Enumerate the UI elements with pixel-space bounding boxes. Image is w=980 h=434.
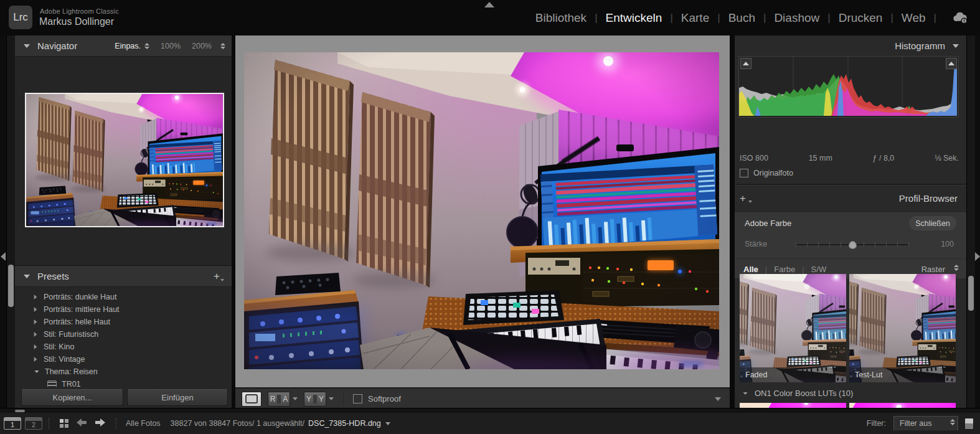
previous-photo-arrow[interactable] bbox=[77, 418, 87, 428]
preset-group-expanded[interactable]: Thema: Reisen bbox=[15, 366, 232, 378]
loupe-view-button[interactable] bbox=[242, 392, 261, 407]
right-scrollbar-thumb[interactable] bbox=[968, 276, 974, 311]
exif-info-row: ISO 800 15 mm ƒ / 8,0 ⅛ Sek. bbox=[740, 154, 959, 163]
expand-icon[interactable] bbox=[34, 307, 37, 312]
navigator-collapse-icon[interactable] bbox=[24, 44, 30, 48]
presets-header[interactable]: Presets + bbox=[15, 265, 232, 287]
grid-view-select[interactable]: Raster bbox=[921, 265, 945, 274]
softproof-checkbox[interactable] bbox=[353, 394, 362, 403]
collapse-right-panel-arrow[interactable] bbox=[975, 252, 980, 261]
tab-sw[interactable]: S/W bbox=[810, 265, 828, 274]
filter-toggle-switch[interactable] bbox=[964, 418, 974, 430]
expand-icon[interactable] bbox=[34, 332, 37, 337]
profile-thumb-faded[interactable]: Faded bbox=[740, 274, 846, 382]
histogram-chart[interactable] bbox=[738, 56, 959, 118]
tab-web[interactable]: Web bbox=[900, 11, 928, 25]
loupe-icon bbox=[245, 394, 258, 403]
shadow-clipping-button[interactable] bbox=[740, 58, 751, 69]
before-after-lr-button[interactable]: RA bbox=[268, 392, 290, 407]
preset-group[interactable]: Porträts: helle Haut bbox=[15, 316, 232, 328]
before-after-lr-dropdown-icon[interactable] bbox=[293, 397, 298, 400]
collapse-left-panel-arrow[interactable] bbox=[1, 252, 6, 261]
photo-count: 38827 von 38847 Fotos/ 1 ausgewählt/ bbox=[171, 419, 304, 428]
main-window-button[interactable]: 1 bbox=[4, 417, 21, 430]
grid-view-icon[interactable] bbox=[60, 419, 68, 428]
profile-thumb-label: Faded bbox=[740, 367, 846, 382]
navigator-preview-image[interactable] bbox=[25, 93, 224, 227]
photo-loupe-view[interactable] bbox=[244, 52, 719, 369]
zoom-200-button[interactable]: 200% bbox=[192, 42, 212, 50]
collapse-icon[interactable] bbox=[35, 370, 39, 373]
profile-thumb-testlut[interactable]: Test-Lut bbox=[849, 274, 956, 382]
preset-group[interactable]: Porträts: dunkle Haut bbox=[15, 291, 232, 303]
iso-value: ISO 800 bbox=[740, 154, 768, 163]
focal-length-value: 15 mm bbox=[809, 154, 832, 163]
tab-buch[interactable]: Buch bbox=[727, 11, 757, 25]
filmstrip-scroll-nub[interactable] bbox=[15, 410, 25, 412]
amount-slider-thumb[interactable] bbox=[849, 241, 857, 249]
collapse-top-panel-arrow[interactable] bbox=[484, 2, 494, 7]
top-bar: Lrc Adobe Lightroom Classic Markus Dolli… bbox=[0, 0, 980, 35]
amount-slider[interactable] bbox=[796, 244, 909, 245]
copy-settings-button[interactable]: Kopieren... bbox=[21, 389, 123, 406]
tab-karte[interactable]: Karte bbox=[679, 11, 711, 25]
expand-icon[interactable] bbox=[34, 319, 37, 324]
histogram-title: Histogramm bbox=[895, 40, 945, 51]
toolbar-options-icon[interactable] bbox=[715, 397, 721, 401]
highlight-clipping-button[interactable] bbox=[946, 58, 957, 69]
original-photo-checkbox[interactable] bbox=[740, 169, 748, 177]
before-after-split-dropdown-icon[interactable] bbox=[329, 397, 334, 400]
main-content: RA YY Softproof bbox=[232, 35, 730, 408]
before-after-split-button[interactable]: YY bbox=[304, 392, 326, 407]
cloud-sync-icon[interactable] bbox=[951, 11, 969, 25]
original-photo-label: Originalfoto bbox=[753, 169, 793, 177]
tab-alle[interactable]: Alle bbox=[742, 265, 760, 274]
current-filename[interactable]: DSC_7385-HDR.dng bbox=[308, 419, 381, 428]
next-photo-arrow[interactable] bbox=[95, 418, 105, 428]
amount-label: Stärke bbox=[745, 240, 767, 248]
amount-value: 100 bbox=[941, 240, 954, 248]
left-edge-rail bbox=[0, 35, 6, 408]
tab-entwickeln[interactable]: Entwickeln bbox=[604, 11, 664, 25]
lightroom-logo: Lrc bbox=[9, 6, 32, 29]
logo-text: Lrc bbox=[13, 11, 28, 24]
zoom-level-selector-icon[interactable] bbox=[220, 43, 225, 49]
group-collapse-icon[interactable] bbox=[743, 392, 748, 394]
zoom-100-button[interactable]: 100% bbox=[161, 42, 181, 50]
source-indicator[interactable]: Alle Fotos bbox=[126, 419, 161, 428]
add-profile-icon[interactable]: + bbox=[740, 192, 746, 205]
expand-icon[interactable] bbox=[34, 344, 37, 349]
tab-bibliothek[interactable]: Bibliothek bbox=[534, 11, 588, 25]
left-scrollbar-thumb[interactable] bbox=[8, 265, 14, 307]
preset-group[interactable]: Stil: Futuristisch bbox=[15, 328, 232, 341]
second-window-button[interactable]: 2 bbox=[25, 417, 42, 430]
close-profile-browser-button[interactable]: Schließen bbox=[909, 216, 956, 230]
active-profile-name: Adobe Farbe bbox=[745, 219, 791, 228]
left-panel: Navigator Einpas. 100% 200% Presets + Po… bbox=[15, 35, 232, 408]
tab-farbe[interactable]: Farbe bbox=[773, 265, 796, 274]
navigator-header[interactable]: Navigator Einpas. 100% 200% bbox=[15, 35, 232, 57]
preset-group[interactable]: Stil: Vintage bbox=[15, 353, 232, 366]
navigator-preview-area bbox=[15, 57, 232, 265]
presets-list: Porträts: dunkle Haut Porträts: mittlere… bbox=[15, 287, 232, 387]
zoom-fit-button[interactable]: Einpas. bbox=[115, 42, 149, 50]
grid-view-select-icon[interactable] bbox=[954, 265, 959, 271]
filmstrip-filter-select[interactable]: Filter aus bbox=[893, 416, 958, 431]
filter-select-icon bbox=[950, 419, 955, 425]
tab-diashow[interactable]: Diashow bbox=[772, 11, 821, 25]
histogram-header[interactable]: Histogramm bbox=[735, 35, 966, 56]
right-edge-rail bbox=[975, 35, 980, 408]
paste-settings-button[interactable]: Einfügen bbox=[127, 389, 228, 406]
profile-group-header[interactable]: ON1 Color Boost LUTs (10) bbox=[742, 389, 853, 398]
histogram-collapse-icon[interactable] bbox=[953, 44, 959, 48]
module-picker: Bibliothek| Entwickeln| Karte| Buch| Dia… bbox=[534, 0, 969, 35]
tab-drucken[interactable]: Drucken bbox=[837, 11, 885, 25]
filename-dropdown-icon[interactable] bbox=[385, 422, 390, 425]
presets-collapse-icon[interactable] bbox=[24, 275, 30, 278]
expand-icon[interactable] bbox=[34, 295, 37, 300]
create-preset-button[interactable]: + bbox=[214, 270, 224, 283]
expand-icon[interactable] bbox=[34, 357, 37, 362]
profile-browser-header: + Profil-Browser bbox=[735, 187, 966, 212]
preset-group[interactable]: Stil: Kino bbox=[15, 341, 232, 353]
preset-group[interactable]: Porträts: mittlere Haut bbox=[15, 303, 232, 316]
